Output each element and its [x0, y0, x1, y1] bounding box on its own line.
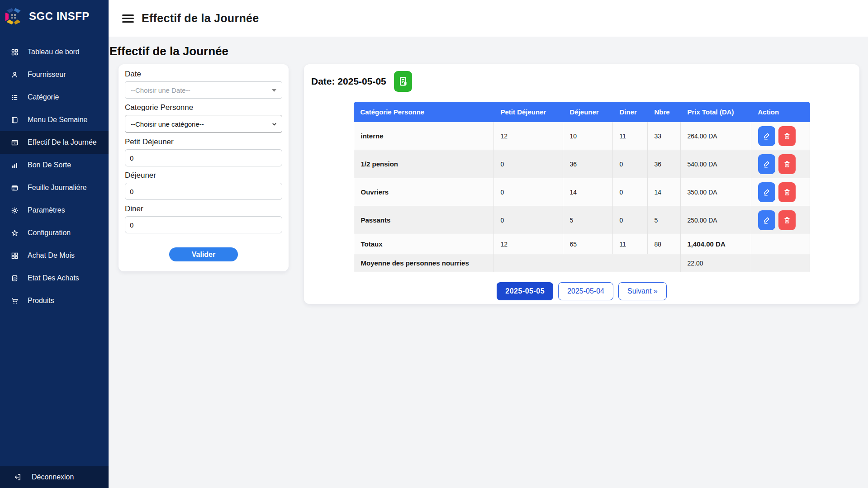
user-icon	[11, 71, 19, 79]
pencil-icon	[763, 132, 771, 140]
sidebar-item-label: Bon De Sorte	[28, 161, 71, 169]
category-select-value: --Choisir une catégorie--	[131, 120, 204, 128]
sidebar-item-menu-de-semaine[interactable]: Menu De Semaine	[0, 109, 109, 131]
trash-icon	[783, 216, 791, 224]
sidebar-item-achat-de-mois[interactable]: Achat De Mois	[0, 244, 109, 267]
list-icon	[11, 94, 19, 101]
table-date-heading: Date: 2025-05-05	[311, 76, 386, 87]
date-label: Date	[125, 70, 282, 79]
column-header-action: Action	[751, 102, 810, 122]
value-cell: 12	[494, 122, 563, 150]
submit-button[interactable]: Valider	[169, 247, 238, 261]
value-cell: 540.00 DA	[681, 150, 751, 178]
edit-button[interactable]	[758, 182, 775, 202]
lunch-label: Déjeuner	[125, 171, 282, 180]
effectif-table: Catégorie PersonnePetit DéjeunerDéjeuner…	[354, 102, 810, 272]
totals-label-cell: Totaux	[354, 234, 494, 254]
column-header-petit-dejeuner: Petit Déjeuner	[494, 102, 563, 122]
totals-price-cell: 1,404.00 DA	[681, 234, 751, 254]
topbar: Effectif de la Journée	[109, 0, 868, 37]
value-cell: 14	[648, 178, 681, 206]
delete-button[interactable]	[778, 126, 796, 146]
dinner-label: Diner	[125, 204, 282, 213]
file-invoice-icon	[398, 76, 408, 87]
sidebar-item-effectif-de-la-journee[interactable]: Effectif De la Journée	[0, 131, 109, 154]
pencil-icon	[763, 188, 771, 196]
category-cell: interne	[354, 122, 494, 150]
sidebar-item-etat-des-achats[interactable]: Etat Des Achats	[0, 267, 109, 289]
delete-button[interactable]	[778, 182, 796, 202]
actions-cell	[751, 206, 810, 234]
average-row: Moyenne des personnes nourries22.00	[354, 254, 810, 272]
logout-label: Déconnexion	[32, 473, 74, 481]
sidebar-item-label: Catégorie	[28, 93, 59, 101]
delete-button[interactable]	[778, 210, 796, 230]
value-cell: 14	[563, 178, 613, 206]
sidebar-item-label: Menu De Semaine	[28, 116, 88, 124]
edit-button[interactable]	[758, 126, 775, 146]
pagination-button-2025-05-04[interactable]: 2025-05-04	[558, 282, 613, 300]
category-cell: 1/2 pension	[354, 150, 494, 178]
gear-icon	[11, 207, 19, 214]
brand-name: SGC INSFP	[29, 10, 90, 23]
day-table-card: Date: 2025-05-05 Catégorie PersonnePetit…	[304, 64, 859, 304]
breakfast-label: Petit Déjeuner	[125, 137, 282, 147]
value-cell: 11	[613, 122, 648, 150]
sidebar-item-configuration[interactable]: Configuration	[0, 222, 109, 244]
cart-icon	[11, 297, 19, 305]
actions-cell	[751, 150, 810, 178]
sidebar-item-categorie[interactable]: Catégorie	[0, 86, 109, 109]
pagination-button-suivant[interactable]: Suivant »	[618, 282, 667, 300]
empty-span-cell	[494, 254, 681, 272]
sidebar-item-feuille-journaliere[interactable]: Feuille Journaliére	[0, 176, 109, 199]
edit-button[interactable]	[758, 154, 775, 174]
category-label: Categorie Personne	[125, 103, 282, 112]
delete-button[interactable]	[778, 154, 796, 174]
sidebar-item-produits[interactable]: Produits	[0, 289, 109, 312]
pencil-icon	[763, 216, 771, 224]
logout-icon	[14, 473, 22, 481]
value-cell: 0	[494, 150, 563, 178]
database-icon	[11, 275, 19, 282]
average-label-cell: Moyenne des personnes nourries	[354, 254, 494, 272]
trash-icon	[783, 160, 791, 168]
sidebar-item-parametres[interactable]: Paramètres	[0, 199, 109, 222]
average-value-cell: 22.00	[681, 254, 751, 272]
dinner-input[interactable]	[125, 216, 282, 233]
export-button[interactable]	[394, 71, 412, 92]
totals-value-cell: 11	[613, 234, 648, 254]
date-select[interactable]: --Choisir une Date--	[125, 81, 282, 99]
breakfast-input[interactable]	[125, 149, 282, 166]
table-row: interne12101133264.00 DA	[354, 122, 810, 150]
book-icon	[11, 116, 19, 124]
value-cell: 36	[648, 150, 681, 178]
edit-button[interactable]	[758, 210, 775, 230]
value-cell: 0	[613, 150, 648, 178]
value-cell: 33	[648, 122, 681, 150]
app-logo-icon	[4, 6, 24, 26]
sidebar-item-bon-de-sorte[interactable]: Bon De Sorte	[0, 154, 109, 176]
actions-cell	[751, 178, 810, 206]
sidebar-item-label: Effectif De la Journée	[28, 138, 97, 147]
table-row: Ouvriers014014350.00 DA	[354, 178, 810, 206]
sidebar-item-label: Paramètres	[28, 206, 65, 214]
card-icon	[11, 184, 19, 192]
category-cell: Ouvriers	[354, 178, 494, 206]
category-cell: Passants	[354, 206, 494, 234]
sidebar-item-label: Achat De Mois	[28, 251, 75, 260]
sidebar-item-logout[interactable]: Déconnexion	[0, 466, 109, 488]
pagination: 2025-05-052025-05-04Suivant »	[304, 282, 859, 300]
category-select[interactable]: --Choisir une catégorie--	[125, 115, 282, 133]
sidebar-item-tableau-de-bord[interactable]: Tableau de bord	[0, 41, 109, 63]
trash-icon	[783, 188, 791, 196]
lunch-input[interactable]	[125, 183, 282, 200]
value-cell: 264.00 DA	[681, 122, 751, 150]
sidebar-item-fournisseur[interactable]: Fournisseur	[0, 63, 109, 86]
menu-toggle-icon[interactable]	[122, 14, 134, 23]
archive-icon	[11, 139, 19, 147]
column-header-categorie-personne: Catégorie Personne	[354, 102, 494, 122]
totals-value-cell: 88	[648, 234, 681, 254]
value-cell: 10	[563, 122, 613, 150]
pagination-button-2025-05-05[interactable]: 2025-05-05	[497, 282, 553, 300]
totals-value-cell: 65	[563, 234, 613, 254]
